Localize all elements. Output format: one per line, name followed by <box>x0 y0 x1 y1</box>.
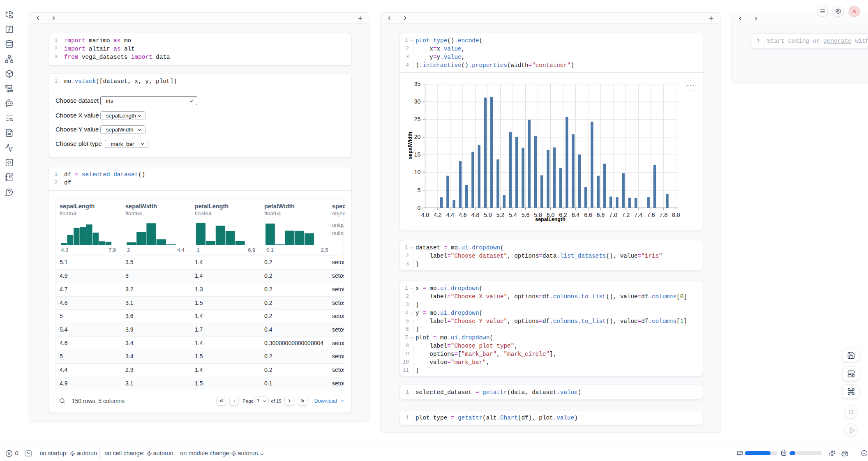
svg-text:25: 25 <box>414 116 421 123</box>
svg-text:7.6: 7.6 <box>647 212 655 218</box>
svg-text:8.0: 8.0 <box>672 212 680 218</box>
svg-text:30: 30 <box>414 99 421 105</box>
svg-text:5: 5 <box>418 187 421 194</box>
svg-text:5.4: 5.4 <box>509 212 517 218</box>
svg-text:sepalLength: sepalLength <box>535 217 566 222</box>
svg-text:15: 15 <box>414 152 421 158</box>
svg-text:10: 10 <box>414 169 421 176</box>
svg-text:5.2: 5.2 <box>496 212 505 218</box>
svg-text:4.6: 4.6 <box>459 212 467 218</box>
svg-text:4.8: 4.8 <box>471 212 480 218</box>
svg-text:4.0: 4.0 <box>421 212 429 218</box>
svg-text:35: 35 <box>414 81 421 88</box>
svg-text:7.8: 7.8 <box>659 212 667 218</box>
svg-text:0: 0 <box>418 205 421 211</box>
svg-text:7.2: 7.2 <box>622 212 630 218</box>
svg-text:7.4: 7.4 <box>634 212 642 218</box>
svg-text:6.8: 6.8 <box>597 212 605 218</box>
svg-text:4.2: 4.2 <box>434 212 442 218</box>
svg-text:6.4: 6.4 <box>572 212 580 218</box>
svg-text:4.4: 4.4 <box>446 212 455 218</box>
svg-text:20: 20 <box>414 134 421 141</box>
svg-text:sepalWidth: sepalWidth <box>407 132 413 159</box>
svg-text:6.6: 6.6 <box>584 212 592 218</box>
svg-text:7.0: 7.0 <box>609 212 617 218</box>
svg-text:5.0: 5.0 <box>484 212 492 218</box>
svg-text:5.6: 5.6 <box>522 212 530 218</box>
